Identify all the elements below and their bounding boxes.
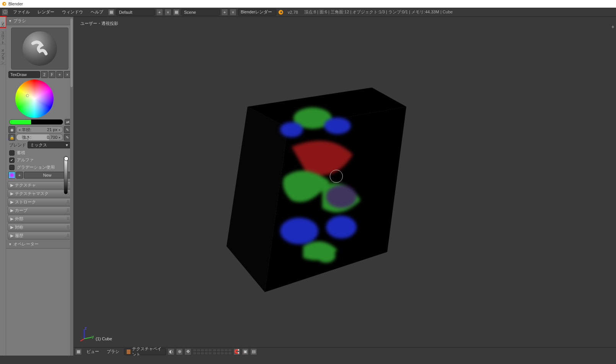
disclosure-down-icon: ▼ — [8, 19, 12, 23]
brush-fake-user[interactable]: F — [49, 71, 55, 78]
texpaint-icon — [127, 349, 130, 354]
menu-help[interactable]: ヘルプ — [88, 8, 106, 16]
svg-point-28 — [326, 216, 357, 239]
blender-logo-icon — [2, 1, 7, 6]
menu-render[interactable]: レンダー — [34, 8, 57, 16]
strength-lock-icon[interactable]: 🔒 — [8, 134, 15, 141]
viewport-header: ▦ ビュー ブラシ テクスチャペイント ◐ ⊕ ✥ 🧲 ▣ ▤ — [73, 347, 616, 356]
editor-type-icon[interactable]: ▦ — [75, 348, 82, 355]
brush-add-icon[interactable]: + — [56, 71, 63, 78]
brush-menu[interactable]: ブラシ — [104, 348, 122, 355]
view-menu[interactable]: ビュー — [83, 348, 102, 355]
external-panel[interactable]: ▶外部⠿ — [8, 215, 72, 223]
svg-point-26 — [326, 185, 357, 208]
main-area: ツール スロット オプション ▼ ブラシ TexDraw 2 F + × — [0, 17, 616, 356]
layer-buttons[interactable] — [193, 349, 232, 355]
manipulator-icon[interactable]: ✥ — [184, 348, 191, 355]
svg-point-27 — [280, 218, 318, 244]
scene-del-icon[interactable]: × — [230, 9, 236, 16]
svg-rect-35 — [127, 349, 130, 354]
brush-cursor-ring — [330, 170, 343, 183]
accumulate-check[interactable]: 蓄積 — [8, 149, 71, 156]
scene-browse-icon[interactable]: ▦ — [173, 9, 180, 16]
brush-panel-body: TexDraw 2 F + × ⇄ ◉ 半径:21 px ✎ — [6, 25, 73, 181]
blender-icon — [278, 9, 284, 15]
menu-file[interactable]: ファイル — [10, 8, 33, 16]
svg-point-3 — [280, 11, 282, 13]
color-swatch[interactable] — [9, 119, 63, 125]
scene-stats: 頂点:8 | 面:6 | 三角面:12 | オブジェクト:1/3 | ランプ:0… — [302, 9, 455, 15]
brush-panel-title: ブラシ — [13, 18, 26, 24]
panel-scrollbar[interactable] — [70, 17, 73, 356]
tool-tabs: ツール スロット オプション — [0, 17, 6, 356]
history-panel[interactable]: ▶履歴⠿ — [8, 232, 72, 240]
snap-icon[interactable]: 🧲 — [233, 348, 240, 355]
disclosure-down-icon: ▼ — [8, 242, 12, 246]
os-titlebar: Blender — [0, 0, 616, 8]
render-preview-icon[interactable]: ▣ — [242, 348, 249, 355]
svg-point-1 — [4, 3, 5, 5]
active-object-label: (1) Cube — [96, 336, 112, 341]
brush-stroke-icon — [29, 38, 50, 59]
operator-title: オペレーター — [13, 241, 39, 247]
gradient-check[interactable]: グラデーション使用 — [8, 164, 71, 171]
svg-text:z: z — [85, 327, 87, 330]
top-menu-bar: ⓘ ファイル レンダー ウィンドウ ヘルプ ▦ Default + × ▦ Sc… — [0, 8, 616, 17]
opengl-render-icon[interactable]: ▤ — [250, 348, 257, 355]
3d-viewport[interactable]: ユーザー・透視投影 + — [73, 17, 616, 356]
texture-mask-panel[interactable]: ▶テクスチャマスク⠿ — [8, 190, 72, 198]
svg-point-25 — [280, 122, 303, 137]
painted-cube — [223, 86, 410, 292]
tab-tools[interactable]: ツール — [0, 17, 6, 27]
operator-panel: ▼ オペレーター — [6, 240, 73, 249]
stroke-panel[interactable]: ▶ストローク⠿ — [8, 198, 72, 206]
version-text: v2.78 — [285, 10, 300, 15]
color-wheel[interactable] — [15, 80, 54, 118]
radius-lock-icon[interactable]: ◉ — [8, 126, 15, 133]
layout-add-icon[interactable]: + — [156, 9, 163, 16]
layout-select[interactable]: Default — [116, 9, 155, 16]
layout-del-icon[interactable]: × — [165, 9, 171, 16]
info-editor-icon[interactable]: ⓘ — [2, 9, 8, 16]
palette-add-icon[interactable]: + — [16, 172, 23, 179]
strength-field[interactable]: 強さ:0.700 — [16, 134, 63, 141]
blend-mode-select[interactable]: ミックス▾ — [28, 141, 71, 148]
axis-gizmo: z y — [80, 327, 95, 342]
brush-name-field[interactable]: TexDraw — [8, 71, 40, 78]
mode-select[interactable]: テクスチャペイント — [124, 348, 166, 355]
radius-field[interactable]: 半径:21 px — [16, 126, 63, 133]
svg-line-32 — [80, 339, 84, 341]
scene-select[interactable]: Scene — [181, 9, 220, 16]
palette-browse-icon[interactable] — [8, 172, 15, 179]
svg-text:y: y — [92, 334, 94, 339]
value-slider[interactable] — [64, 156, 68, 194]
render-engine-select[interactable]: Blenderレンダー — [238, 9, 276, 16]
app-title: Blender — [8, 2, 23, 6]
texture-panel[interactable]: ▶テクスチャ⠿ — [8, 181, 72, 189]
grid-floor — [73, 17, 188, 74]
tab-slots[interactable]: スロット — [0, 27, 6, 44]
tool-panel: ▼ ブラシ TexDraw 2 F + × — [6, 17, 73, 356]
pivot-select-icon[interactable]: ⊕ — [176, 348, 183, 355]
operator-panel-header[interactable]: ▼ オペレーター — [6, 240, 73, 249]
svg-point-24 — [324, 117, 351, 134]
svg-point-29 — [316, 249, 336, 263]
alpha-check[interactable]: ✔アルファ — [8, 156, 71, 164]
scene-add-icon[interactable]: + — [221, 9, 228, 16]
layout-browse-icon[interactable]: ▦ — [108, 9, 115, 16]
blend-label: ブレンド — [8, 142, 27, 148]
brush-users[interactable]: 2 — [41, 71, 48, 78]
curve-panel[interactable]: ▶カーブ⠿ — [8, 206, 72, 214]
brush-preview[interactable] — [11, 28, 68, 70]
symmetry-panel[interactable]: ▶対称⠿ — [8, 223, 72, 231]
tab-options[interactable]: オプション — [0, 44, 6, 65]
brush-panel-header[interactable]: ▼ ブラシ — [6, 17, 73, 25]
menu-window[interactable]: ウィンドウ — [59, 8, 86, 16]
svg-line-31 — [84, 337, 92, 339]
properties-toggle-icon[interactable]: + — [611, 24, 614, 30]
shading-select-icon[interactable]: ◐ — [168, 348, 174, 355]
